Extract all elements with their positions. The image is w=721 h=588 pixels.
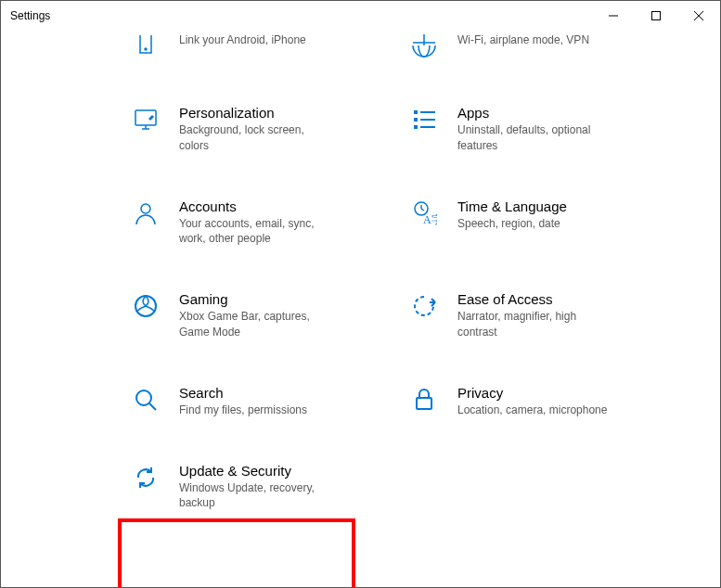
category-text: Ease of Access Narrator, magnifier, high… bbox=[457, 291, 615, 340]
category-subtitle: Background, lock screen, colors bbox=[179, 122, 337, 154]
category-text: Time & Language Speech, region, date bbox=[457, 198, 567, 232]
minimize-button[interactable] bbox=[592, 1, 635, 31]
svg-rect-10 bbox=[414, 110, 418, 114]
close-icon bbox=[694, 11, 703, 20]
category-text: Personalization Background, lock screen,… bbox=[179, 105, 337, 154]
category-title: Time & Language bbox=[457, 198, 567, 214]
personalization-icon bbox=[131, 105, 161, 134]
category-row: Update & Security Windows Update, recove… bbox=[131, 463, 683, 512]
categories-grid: Link your Android, iPhone Wi-Fi, airplan… bbox=[1, 31, 720, 556]
accounts-icon bbox=[131, 198, 161, 228]
category-subtitle: Windows Update, recovery, backup bbox=[179, 480, 337, 512]
privacy-icon bbox=[409, 385, 439, 415]
category-subtitle: Xbox Game Bar, captures, Game Mode bbox=[179, 309, 337, 340]
category-row: Search Find my files, permissions Privac… bbox=[131, 385, 683, 418]
globe-icon bbox=[409, 31, 439, 60]
category-subtitle: Wi-Fi, airplane mode, VPN bbox=[457, 32, 589, 48]
svg-point-4 bbox=[145, 48, 147, 50]
category-text: Accounts Your accounts, email, sync, wor… bbox=[179, 198, 337, 248]
gaming-icon bbox=[131, 291, 161, 321]
category-subtitle: Location, camera, microphone bbox=[457, 403, 607, 418]
search-icon bbox=[131, 385, 161, 415]
category-row: Accounts Your accounts, email, sync, wor… bbox=[131, 198, 683, 248]
category-update-security[interactable]: Update & Security Windows Update, recove… bbox=[131, 463, 372, 512]
svg-rect-11 bbox=[414, 118, 418, 121]
svg-point-16 bbox=[141, 204, 150, 213]
category-row: Gaming Xbox Game Bar, captures, Game Mod… bbox=[131, 291, 683, 340]
category-row: Personalization Background, lock screen,… bbox=[131, 105, 683, 154]
category-title: Ease of Access bbox=[457, 291, 615, 307]
svg-text:A字: A字 bbox=[423, 213, 437, 226]
svg-rect-24 bbox=[417, 398, 431, 409]
category-privacy[interactable]: Privacy Location, camera, microphone bbox=[409, 385, 650, 418]
maximize-icon bbox=[651, 11, 661, 20]
svg-rect-1 bbox=[652, 12, 661, 20]
category-row: Link your Android, iPhone Wi-Fi, airplan… bbox=[131, 31, 683, 60]
svg-rect-12 bbox=[414, 125, 418, 129]
category-subtitle: Find my files, permissions bbox=[179, 403, 307, 418]
category-text: Link your Android, iPhone bbox=[179, 31, 306, 48]
category-time-language[interactable]: A字 Time & Language Speech, region, date bbox=[409, 198, 650, 248]
category-title: Personalization bbox=[179, 105, 337, 121]
svg-line-19 bbox=[421, 209, 424, 211]
category-gaming[interactable]: Gaming Xbox Game Bar, captures, Game Mod… bbox=[131, 291, 372, 340]
category-text: Search Find my files, permissions bbox=[179, 385, 307, 418]
category-text: Apps Uninstall, defaults, optional featu… bbox=[457, 105, 615, 154]
category-subtitle: Link your Android, iPhone bbox=[179, 32, 306, 48]
category-title: Accounts bbox=[179, 198, 337, 214]
category-personalization[interactable]: Personalization Background, lock screen,… bbox=[131, 105, 372, 154]
category-title: Gaming bbox=[179, 291, 337, 307]
category-apps[interactable]: Apps Uninstall, defaults, optional featu… bbox=[409, 105, 650, 154]
window-controls bbox=[592, 1, 720, 31]
maximize-button[interactable] bbox=[635, 1, 677, 31]
settings-window: Settings Link bbox=[0, 0, 721, 588]
category-network[interactable]: Wi-Fi, airplane mode, VPN bbox=[409, 31, 650, 60]
category-text: Gaming Xbox Game Bar, captures, Game Mod… bbox=[179, 291, 337, 340]
time-icon: A字 bbox=[409, 198, 439, 228]
update-icon bbox=[131, 463, 161, 492]
close-button[interactable] bbox=[677, 1, 720, 31]
category-ease-of-access[interactable]: Ease of Access Narrator, magnifier, high… bbox=[409, 291, 650, 340]
category-subtitle: Uninstall, defaults, optional features bbox=[457, 122, 615, 154]
content-area: Link your Android, iPhone Wi-Fi, airplan… bbox=[1, 31, 720, 587]
category-subtitle: Speech, region, date bbox=[457, 216, 567, 232]
svg-line-23 bbox=[149, 403, 156, 410]
category-title: Apps bbox=[457, 105, 615, 121]
category-phone[interactable]: Link your Android, iPhone bbox=[131, 31, 372, 60]
category-text: Privacy Location, camera, microphone bbox=[457, 385, 607, 418]
category-text: Update & Security Windows Update, recove… bbox=[179, 463, 337, 512]
category-title: Privacy bbox=[457, 385, 607, 401]
category-text: Wi-Fi, airplane mode, VPN bbox=[457, 31, 589, 48]
titlebar: Settings bbox=[1, 1, 720, 31]
svg-point-22 bbox=[136, 390, 151, 405]
category-subtitle: Narrator, magnifier, high contrast bbox=[457, 309, 615, 340]
apps-icon bbox=[409, 105, 439, 134]
minimize-icon bbox=[609, 11, 618, 20]
window-title: Settings bbox=[10, 9, 592, 22]
phone-icon bbox=[131, 31, 161, 60]
category-search[interactable]: Search Find my files, permissions bbox=[131, 385, 372, 418]
category-subtitle: Your accounts, email, sync, work, other … bbox=[179, 216, 337, 248]
category-title: Update & Security bbox=[179, 463, 337, 479]
category-accounts[interactable]: Accounts Your accounts, email, sync, wor… bbox=[131, 198, 372, 248]
ease-icon bbox=[409, 291, 439, 321]
category-title: Search bbox=[179, 385, 307, 401]
